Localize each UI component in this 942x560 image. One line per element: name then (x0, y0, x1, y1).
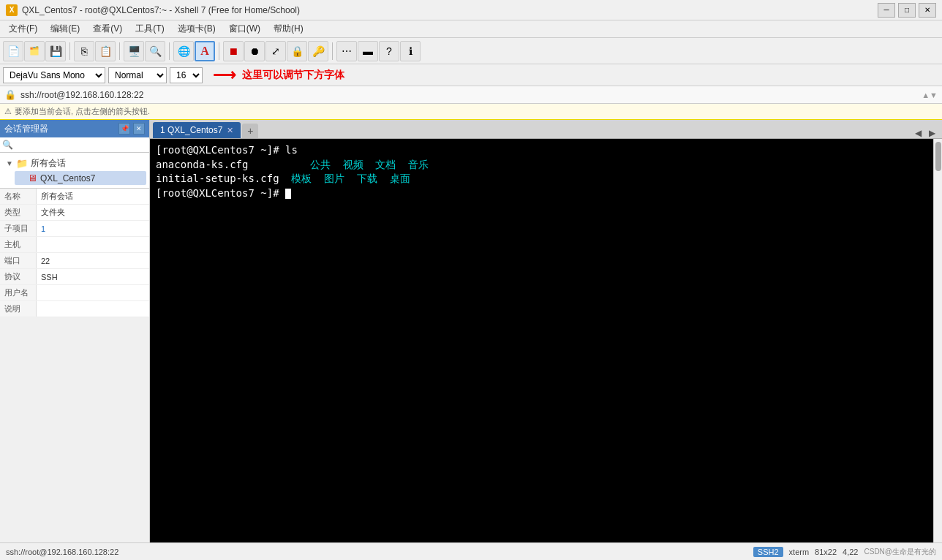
scroll-indicator: ▲▼ (922, 91, 938, 99)
ssh-address: ssh://root@192.168.160.128:22 (20, 90, 143, 100)
toolbar-group-nav: 🖥️ 🔍 (124, 41, 165, 61)
font-family-select[interactable]: DejaVu Sans Mono (3, 67, 105, 83)
record-button[interactable]: ⏺ (244, 41, 265, 61)
prop-row-children: 子项目 1 (0, 221, 149, 237)
terminal-wrapper: [root@QXLCentos7 ~]# ls anaconda-ks.cfg … (150, 139, 942, 542)
prop-val-port: 22 (37, 257, 149, 265)
copy-button[interactable]: ⎘ (74, 41, 94, 61)
globe-button[interactable]: 🌐 (173, 41, 194, 61)
annotation-text: 这里可以调节下方字体 (242, 69, 344, 82)
new-session-button[interactable]: 📄 (3, 41, 23, 61)
menu-edit[interactable]: 编辑(E) (45, 21, 86, 37)
help-button[interactable]: ? (379, 41, 399, 61)
sidebar: 会话管理器 📌 ✕ 🔍 ▼ 📁 所有会话 🖥 QXL_Centos7 (0, 120, 150, 317)
prop-row-username: 用户名 (0, 285, 149, 301)
separator-1 (69, 42, 70, 60)
font-button[interactable]: A (195, 41, 215, 61)
tree-item-all-sessions[interactable]: ▼ 📁 所有会话 (3, 156, 146, 171)
toolbar-group-file: 📄 🗂️ 💾 (3, 41, 66, 61)
main-layout: 会话管理器 📌 ✕ 🔍 ▼ 📁 所有会话 🖥 QXL_Centos7 (0, 120, 942, 542)
paste-button[interactable]: 📋 (95, 41, 116, 61)
status-watermark: CSDN@生命是有光的 (864, 547, 937, 557)
tip-bar: ⚠ 要添加当前会话, 点击左侧的箭头按钮. (0, 104, 942, 120)
tab-add-button[interactable]: + (242, 124, 258, 138)
prop-key-name: 名称 (0, 189, 37, 204)
status-address: ssh://root@192.168.160.128:22 (6, 548, 118, 556)
sidebar-wrapper: 会话管理器 📌 ✕ 🔍 ▼ 📁 所有会话 🖥 QXL_Centos7 (0, 120, 150, 542)
tab-nav: ◀ ▶ (913, 128, 942, 138)
key-button[interactable]: 🔑 (308, 41, 328, 61)
search-button[interactable]: 🔍 (145, 41, 165, 61)
folder-icon: 📁 (16, 158, 28, 169)
status-ssh-badge: SSH2 (753, 547, 783, 557)
tab-nav-prev[interactable]: ◀ (913, 128, 924, 138)
sidebar-tree: ▼ 📁 所有会话 🖥 QXL_Centos7 (0, 153, 149, 188)
terminal-line-1: [root@QXLCentos7 ~]# ls (156, 143, 927, 158)
title-bar: X QXL_Centos7 - root@QXLCentos7:~ - Xshe… (0, 0, 942, 20)
status-size: 81x22 (815, 548, 837, 556)
menu-view[interactable]: 查看(V) (87, 21, 128, 37)
terminal-button[interactable]: ▬ (358, 41, 378, 61)
terminal[interactable]: [root@QXLCentos7 ~]# ls anaconda-ks.cfg … (150, 139, 933, 542)
tab-nav-next[interactable]: ▶ (927, 128, 938, 138)
sidebar-controls: 📌 ✕ (118, 123, 145, 135)
menu-file[interactable]: 文件(F) (3, 21, 43, 37)
red-arrow-icon: ⟶ (213, 66, 236, 85)
app-icon: X (6, 4, 18, 16)
maximize-button[interactable]: □ (898, 3, 916, 18)
lock-button[interactable]: 🔒 (287, 41, 307, 61)
tree-label-all-sessions: 所有会话 (31, 157, 66, 170)
prop-row-note: 说明 (0, 301, 149, 317)
font-size-select[interactable]: 16 12 14 18 20 (170, 67, 203, 83)
minimize-button[interactable]: ─ (878, 3, 895, 18)
font-annotation: ⟶ 这里可以调节下方字体 (213, 66, 344, 85)
tab-close-icon[interactable]: ✕ (227, 126, 233, 135)
separator-2 (119, 42, 120, 60)
window-controls: ─ □ ✕ (878, 3, 936, 18)
nav-button-1[interactable]: 🖥️ (124, 41, 144, 61)
prop-key-username: 用户名 (0, 285, 37, 300)
session-icon: 🖥 (28, 173, 37, 183)
sidebar-close-button[interactable]: ✕ (133, 123, 145, 135)
status-position: 4,22 (843, 548, 858, 556)
status-right: SSH2 xterm 81x22 4,22 CSDN@生命是有光的 (753, 547, 936, 557)
lock-icon: 🔒 (4, 89, 16, 100)
menu-window[interactable]: 窗口(W) (223, 21, 266, 37)
sidebar-title: 会话管理器 (4, 123, 48, 135)
more-button[interactable]: ⋯ (336, 41, 357, 61)
prop-val-type: 文件夹 (37, 207, 149, 218)
sidebar-pin-button[interactable]: 📌 (118, 123, 130, 135)
menu-bar: 文件(F) 编辑(E) 查看(V) 工具(T) 选项卡(B) 窗口(W) 帮助(… (0, 20, 942, 38)
close-button[interactable]: ✕ (919, 3, 936, 18)
toolbar: 📄 🗂️ 💾 ⎘ 📋 🖥️ 🔍 🌐 A ⏹ ⏺ ⤢ 🔒 🔑 ⋯ ▬ ? ℹ (0, 38, 942, 64)
menu-tools[interactable]: 工具(T) (129, 21, 170, 37)
properties-panel: 名称 所有会话 类型 文件夹 子项目 1 主机 端口 22 (0, 188, 149, 317)
tree-item-qxl[interactable]: 🖥 QXL_Centos7 (15, 171, 146, 185)
status-term: xterm (789, 548, 810, 556)
prop-key-note: 说明 (0, 301, 37, 317)
expand-button[interactable]: ⤢ (265, 41, 286, 61)
save-button[interactable]: 💾 (45, 41, 66, 61)
terminal-cursor (285, 189, 291, 199)
scrollbar-thumb (935, 142, 941, 171)
menu-help[interactable]: 帮助(H) (268, 21, 309, 37)
font-style-select[interactable]: Normal Bold Italic (108, 67, 167, 83)
separator-4 (219, 42, 219, 60)
stop-button[interactable]: ⏹ (223, 41, 244, 61)
tab-label: 1 QXL_Centos7 (160, 125, 222, 135)
prop-val-children: 1 (37, 224, 149, 233)
prop-key-host: 主机 (0, 237, 37, 252)
prop-row-name: 名称 所有会话 (0, 189, 149, 205)
tab-qxl-centos7[interactable]: 1 QXL_Centos7 ✕ (153, 122, 241, 138)
open-button[interactable]: 🗂️ (24, 41, 45, 61)
menu-tabs[interactable]: 选项卡(B) (172, 21, 222, 37)
terminal-scrollbar[interactable] (933, 139, 942, 542)
prop-row-host: 主机 (0, 237, 149, 253)
status-bar: ssh://root@192.168.160.128:22 SSH2 xterm… (0, 542, 942, 560)
prop-val-name: 所有会话 (37, 191, 149, 202)
prop-key-children: 子项目 (0, 221, 37, 236)
tip-message: 要添加当前会话, 点击左侧的箭头按钮. (15, 106, 150, 117)
prop-key-port: 端口 (0, 253, 37, 268)
address-bar: 🔒 ssh://root@192.168.160.128:22 ▲▼ (0, 86, 942, 104)
info-button[interactable]: ℹ (400, 41, 421, 61)
